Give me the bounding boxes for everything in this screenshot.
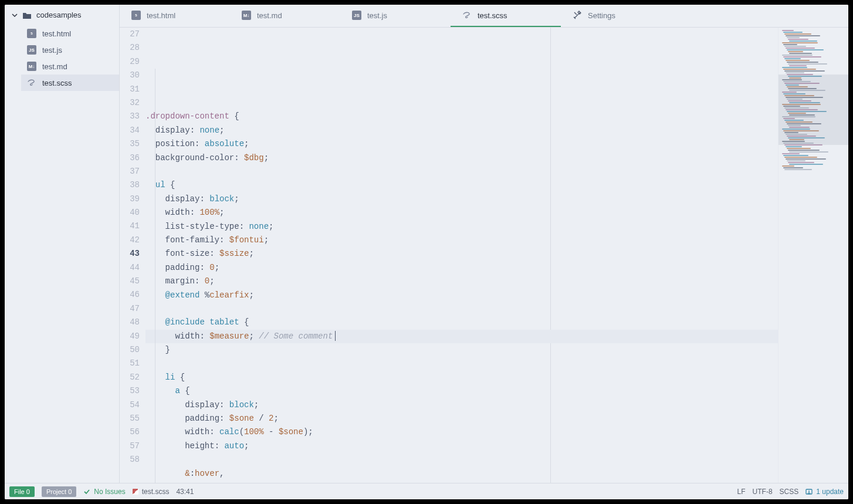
code-line[interactable]: background-color: $dbg; xyxy=(145,151,778,165)
code-line[interactable]: list-style-type: none; xyxy=(145,220,778,234)
tab-label: test.md xyxy=(257,11,282,20)
status-issues-label: No Issues xyxy=(94,488,125,496)
tab-label: test.html xyxy=(147,11,175,20)
code-line[interactable]: display: block; xyxy=(145,398,778,412)
status-update-label: 1 update xyxy=(816,488,844,496)
code-line[interactable]: ul { xyxy=(145,178,778,192)
code-line[interactable]: width: $measure; // Some comment xyxy=(145,330,778,343)
editor-area: 2728293031323334353637383940414243444546… xyxy=(120,28,848,483)
cursor xyxy=(335,331,336,341)
main-area: codesamples 5test.htmlJStest.jsM↓test.md… xyxy=(5,5,848,483)
sidebar: codesamples 5test.htmlJStest.jsM↓test.md… xyxy=(5,5,120,483)
tab-label: Settings xyxy=(588,11,615,20)
sidebar-folder-header[interactable]: codesamples xyxy=(5,5,119,25)
code-line[interactable]: width: calc(100% - $sone); xyxy=(145,425,778,439)
status-cursor-pos[interactable]: 43:41 xyxy=(176,488,194,496)
code-line[interactable]: display: none; xyxy=(145,124,778,137)
file-item-scss[interactable]: test.scss xyxy=(21,75,119,91)
status-project-pill[interactable]: Project 0 xyxy=(42,486,76,497)
code-line[interactable]: height: auto; xyxy=(145,439,778,453)
scss-file-icon xyxy=(462,11,472,20)
html-file-icon: 5 xyxy=(27,29,36,38)
tab-settings[interactable]: Settings xyxy=(561,5,671,27)
dirty-file-icon xyxy=(133,489,138,495)
indent-guide xyxy=(155,69,155,483)
status-issues[interactable]: No Issues xyxy=(83,488,125,496)
tab-label: test.js xyxy=(367,11,387,20)
tab-md[interactable]: M↓test.md xyxy=(230,5,340,27)
md-file-icon: M↓ xyxy=(242,11,251,20)
code-line[interactable]: margin: 0; xyxy=(145,275,778,288)
code-line[interactable] xyxy=(145,165,778,178)
minimap[interactable] xyxy=(778,28,848,483)
code-line[interactable]: font-family: $fontui; xyxy=(145,234,778,247)
app-window: codesamples 5test.htmlJStest.jsM↓test.md… xyxy=(5,5,848,499)
content-area: 5test.htmlM↓test.mdJStest.jstest.scssSet… xyxy=(120,5,848,483)
tab-label: test.scss xyxy=(478,11,507,20)
status-file-label: File xyxy=(14,488,25,495)
scss-file-icon xyxy=(27,78,36,87)
status-language[interactable]: SCSS xyxy=(780,488,799,496)
update-icon xyxy=(805,488,813,495)
status-current-file[interactable]: test.scss xyxy=(133,488,170,496)
file-item-js[interactable]: JStest.js xyxy=(21,42,119,58)
file-item-html[interactable]: 5test.html xyxy=(21,25,119,42)
code-line[interactable]: a { xyxy=(145,384,778,398)
file-item-label: test.scss xyxy=(42,79,72,87)
chevron-down-icon xyxy=(12,12,18,18)
code-line[interactable]: position: absolute; xyxy=(145,137,778,151)
code-line[interactable]: @extend %clearfix; xyxy=(145,289,778,302)
folder-icon xyxy=(22,11,32,19)
status-file-pill[interactable]: File 0 xyxy=(9,486,35,497)
status-bar: File 0 Project 0 No Issues test.scss 43:… xyxy=(5,483,848,499)
code-line[interactable]: &:focus { xyxy=(145,481,778,483)
code-line[interactable]: } xyxy=(145,343,778,357)
js-file-icon: JS xyxy=(27,45,36,55)
tab-scss[interactable]: test.scss xyxy=(451,5,561,27)
code-line[interactable]: padding: 0; xyxy=(145,261,778,275)
code-line[interactable] xyxy=(145,453,778,466)
status-project-label: Project xyxy=(46,488,66,495)
code-editor[interactable]: 2728293031323334353637383940414243444546… xyxy=(120,28,778,483)
code-line[interactable]: &:hover, xyxy=(145,467,778,481)
sidebar-file-list: 5test.htmlJStest.jsM↓test.mdtest.scss xyxy=(5,25,119,91)
code-content[interactable]: .dropdown-content { display: none; posit… xyxy=(145,28,778,483)
status-line-ending[interactable]: LF xyxy=(737,488,746,496)
js-file-icon: JS xyxy=(352,11,361,20)
status-filename: test.scss xyxy=(142,488,170,496)
folder-name: codesamples xyxy=(36,11,82,19)
line-gutter: 2728293031323334353637383940414243444546… xyxy=(120,28,145,483)
tab-html[interactable]: 5test.html xyxy=(120,5,230,27)
settings-icon xyxy=(573,11,582,20)
code-line[interactable]: @include tablet { xyxy=(145,316,778,329)
html-file-icon: 5 xyxy=(131,11,141,20)
status-project-count: 0 xyxy=(68,488,72,495)
tab-bar: 5test.htmlM↓test.mdJStest.jstest.scssSet… xyxy=(120,5,848,28)
file-item-label: test.html xyxy=(42,29,71,38)
code-line[interactable]: width: 100%; xyxy=(145,206,778,219)
code-line[interactable]: li { xyxy=(145,371,778,384)
status-update[interactable]: 1 update xyxy=(805,488,844,496)
code-line[interactable] xyxy=(145,357,778,370)
status-file-count: 0 xyxy=(26,488,30,495)
status-encoding[interactable]: UTF-8 xyxy=(753,488,773,496)
file-item-label: test.js xyxy=(42,46,62,55)
minimap-viewport[interactable] xyxy=(778,75,848,145)
md-file-icon: M↓ xyxy=(27,62,36,71)
code-line[interactable] xyxy=(145,302,778,316)
check-icon xyxy=(83,488,90,495)
file-item-label: test.md xyxy=(42,62,67,71)
code-line[interactable]: .dropdown-content { xyxy=(145,110,778,123)
code-line[interactable]: padding: $sone / 2; xyxy=(145,412,778,425)
tab-js[interactable]: JStest.js xyxy=(340,5,451,27)
code-line[interactable]: display: block; xyxy=(145,192,778,206)
file-item-md[interactable]: M↓test.md xyxy=(21,58,119,75)
code-line[interactable]: font-size: $ssize; xyxy=(145,247,778,261)
